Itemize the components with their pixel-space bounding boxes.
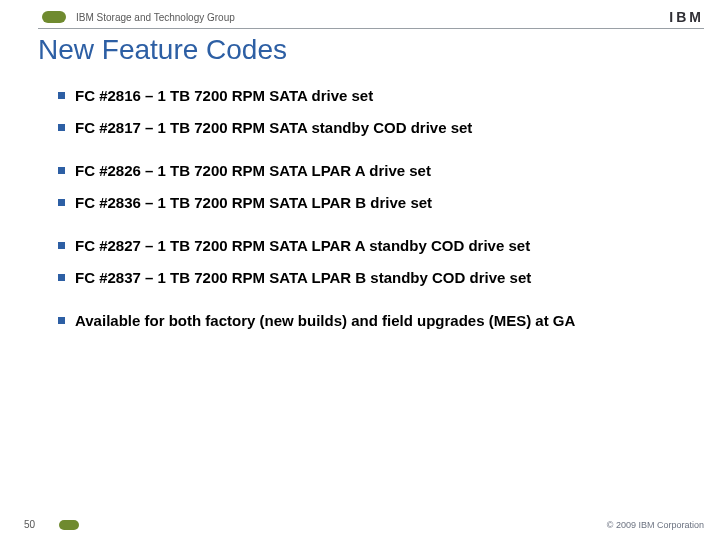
footer-left: 50	[0, 519, 87, 530]
slide-header: IBM Storage and Technology Group IBM	[0, 6, 720, 28]
square-bullet-icon	[58, 199, 65, 206]
brand-pill-icon	[42, 11, 66, 23]
list-item: FC #2816 – 1 TB 7200 RPM SATA drive set	[58, 86, 684, 106]
ibm-logo-icon: IBM	[669, 8, 704, 26]
page-number: 50	[24, 519, 35, 530]
list-item: FC #2836 – 1 TB 7200 RPM SATA LPAR B dri…	[58, 193, 684, 213]
bullet-group: FC #2816 – 1 TB 7200 RPM SATA drive set …	[58, 86, 684, 137]
list-item: FC #2827 – 1 TB 7200 RPM SATA LPAR A sta…	[58, 236, 684, 256]
copyright-text: © 2009 IBM Corporation	[607, 520, 704, 530]
square-bullet-icon	[58, 167, 65, 174]
item-text: FC #2816 – 1 TB 7200 RPM SATA drive set	[75, 86, 373, 106]
square-bullet-icon	[58, 317, 65, 324]
slide-content: FC #2816 – 1 TB 7200 RPM SATA drive set …	[58, 80, 684, 355]
item-text: FC #2827 – 1 TB 7200 RPM SATA LPAR A sta…	[75, 236, 530, 256]
header-divider	[38, 28, 704, 29]
square-bullet-icon	[58, 92, 65, 99]
bullet-group: Available for both factory (new builds) …	[58, 311, 684, 331]
square-bullet-icon	[58, 242, 65, 249]
square-bullet-icon	[58, 274, 65, 281]
list-item: FC #2826 – 1 TB 7200 RPM SATA LPAR A dri…	[58, 161, 684, 181]
header-left: IBM Storage and Technology Group	[0, 11, 235, 23]
brand-pill-icon	[59, 520, 79, 530]
ibm-logo-text: IBM	[669, 9, 704, 25]
list-item: Available for both factory (new builds) …	[58, 311, 684, 331]
slide-title: New Feature Codes	[38, 34, 287, 66]
item-text: FC #2817 – 1 TB 7200 RPM SATA standby CO…	[75, 118, 472, 138]
slide-footer: 50 © 2009 IBM Corporation	[0, 519, 720, 530]
item-text: FC #2826 – 1 TB 7200 RPM SATA LPAR A dri…	[75, 161, 431, 181]
item-text: Available for both factory (new builds) …	[75, 311, 575, 331]
square-bullet-icon	[58, 124, 65, 131]
bullet-group: FC #2827 – 1 TB 7200 RPM SATA LPAR A sta…	[58, 236, 684, 287]
item-text: FC #2836 – 1 TB 7200 RPM SATA LPAR B dri…	[75, 193, 432, 213]
header-group-label: IBM Storage and Technology Group	[76, 12, 235, 23]
list-item: FC #2837 – 1 TB 7200 RPM SATA LPAR B sta…	[58, 268, 684, 288]
bullet-group: FC #2826 – 1 TB 7200 RPM SATA LPAR A dri…	[58, 161, 684, 212]
list-item: FC #2817 – 1 TB 7200 RPM SATA standby CO…	[58, 118, 684, 138]
item-text: FC #2837 – 1 TB 7200 RPM SATA LPAR B sta…	[75, 268, 531, 288]
